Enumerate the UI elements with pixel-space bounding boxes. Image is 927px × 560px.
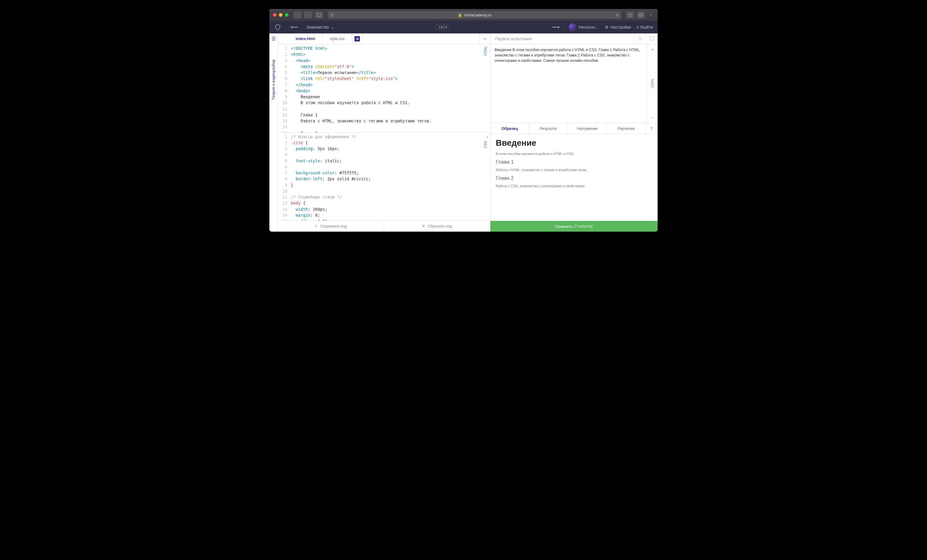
address-bar[interactable]: ☰ 🔒 htmlacademy.ru ↻ [328,11,621,19]
sample-view: Введение В этом пособии изучается работа… [490,134,658,221]
compare-button[interactable]: Сравнить (7 попыток) [490,221,658,232]
lock-icon: 🔒 [457,13,462,17]
gear-icon: ⚙ [605,25,609,30]
close-icon: ✕ [422,224,425,228]
compare-tabs: Образец Результат Наложение Различия ? [490,123,658,134]
svg-rect-4 [640,14,643,16]
help-button[interactable]: ? [646,123,658,134]
tab-diff[interactable]: Различия [607,123,646,134]
split-icon: ▤ [354,36,360,41]
shield-icon [275,24,281,30]
maximize-window-button[interactable] [285,13,289,17]
tab-sample[interactable]: Образец [490,123,529,134]
css-code[interactable]: /* Классы для оформления */ .cite { padd… [290,132,490,221]
zoom-controls: + 100% − [647,44,658,123]
reload-icon[interactable]: ↻ [615,13,619,17]
reset-code-button[interactable]: ✕ Сбросить код [384,221,490,232]
username: Неопозн… [579,25,599,30]
editor-footer: ✓ Сохранить код ✕ Сбросить код [278,220,490,232]
html-gutter: 12345678910111213141516 [278,44,290,132]
menu-icon[interactable]: ☰ [272,36,276,41]
logout-button[interactable]: ⎋ Выйти [637,25,653,30]
tab-overlay[interactable]: Наложение [568,123,607,134]
editor-tabs: index.html style.css ▤ ↔ [278,33,490,44]
zoom-value: 100% [650,79,655,88]
reader-icon[interactable]: ☰ [330,13,334,17]
fullscreen-preview-button[interactable]: ⛶ [646,33,658,44]
tab-result[interactable]: Результат [529,123,568,134]
compare-attempts: (7 попыток) [574,224,593,228]
logo[interactable] [269,24,286,30]
lesson-dropdown[interactable]: Знакомство ⌄ [303,25,338,30]
chevron-down-icon: ⌄ [331,25,334,30]
refresh-preview-button[interactable] [634,33,646,44]
url-text: htmlacademy.ru [464,13,492,17]
sample-p2: Работа с HTML, знакомство с тегами и атр… [496,167,652,172]
share-button[interactable] [626,11,634,18]
close-window-button[interactable] [273,13,277,17]
sample-p1: В этом пособии изучается работа с HTML и… [496,151,652,156]
back-button[interactable]: ‹ [293,11,302,18]
settings-label: Настройки [611,25,631,30]
avatar [568,23,576,31]
sample-h2a: Глава 1 [496,159,652,165]
browser-toolbar: ‹ › ☰ 🔒 htmlacademy.ru ↻ + [269,9,658,21]
sample-p3: Работа с CSS, знакомство с селекторами и… [496,184,652,188]
tabs-button[interactable] [637,11,645,18]
preview-output: Введение В этом пособии изучается работа… [490,44,647,123]
css-badge: CSS [483,141,488,148]
css-gutter: 1234567891011121314151617 [278,132,290,221]
progress-counter: 14/14 [435,24,450,30]
svg-rect-3 [639,14,642,17]
save-code-button[interactable]: ✓ Сохранить код [278,221,384,232]
save-label: Сохранить код [321,224,347,228]
scroll-up-icon[interactable]: ↑ [486,134,488,140]
zoom-in-button[interactable]: + [651,47,653,52]
html-code[interactable]: <!DOCTYPE html> <html> <head> <meta char… [290,44,490,132]
css-editor[interactable]: 1234567891011121314151617 /* Классы для … [278,132,490,221]
forward-button[interactable]: › [304,11,312,18]
svg-rect-0 [317,14,321,17]
next-lesson-button[interactable]: ⟶ [547,24,564,30]
layout-toggle[interactable]: ▤ [352,33,363,44]
preview-panel: Первое испытание ⛶ Введение В этом пособ… [490,33,658,232]
sidebar-icon [317,13,321,17]
check-icon: ✓ [315,224,318,228]
sidebar-toggle-button[interactable] [315,11,323,18]
lesson-title: Знакомство [306,25,329,30]
theory-tab[interactable]: Теория и видеоразбор [271,59,276,100]
tabs-icon [639,13,643,17]
share-icon [628,13,632,17]
prev-lesson-button[interactable]: ⟵ [286,24,303,30]
html-editor[interactable]: 12345678910111213141516 <!DOCTYPE html> … [278,44,490,132]
sample-h1: Введение [496,138,652,148]
logout-icon: ⎋ [637,25,639,30]
sample-h2b: Глава 2 [496,175,652,181]
window-controls [273,13,289,17]
play-circle-icon [638,36,642,41]
tab-style-css[interactable]: style.css [322,33,352,44]
new-tab-button[interactable]: + [647,12,654,18]
reset-label: Сбросить код [428,224,452,228]
tab-index-html[interactable]: index.html [289,33,322,44]
expand-editor-button[interactable]: ↔ [479,33,490,44]
html-badge: HTML [483,46,488,56]
user-menu[interactable]: Неопозн… [564,23,599,31]
minimize-window-button[interactable] [279,13,283,17]
left-rail: ☰ Теория и видеоразбор [269,33,278,232]
compare-label: Сравнить [555,224,573,229]
logout-label: Выйти [641,25,653,30]
settings-button[interactable]: ⚙ Настройки [605,25,631,30]
app-header: ⟵ Знакомство ⌄ 14/14 ⟶ Неопозн… ⚙ Настро… [269,21,658,33]
zoom-out-button[interactable]: − [651,115,653,120]
preview-title: Первое испытание [490,36,634,41]
